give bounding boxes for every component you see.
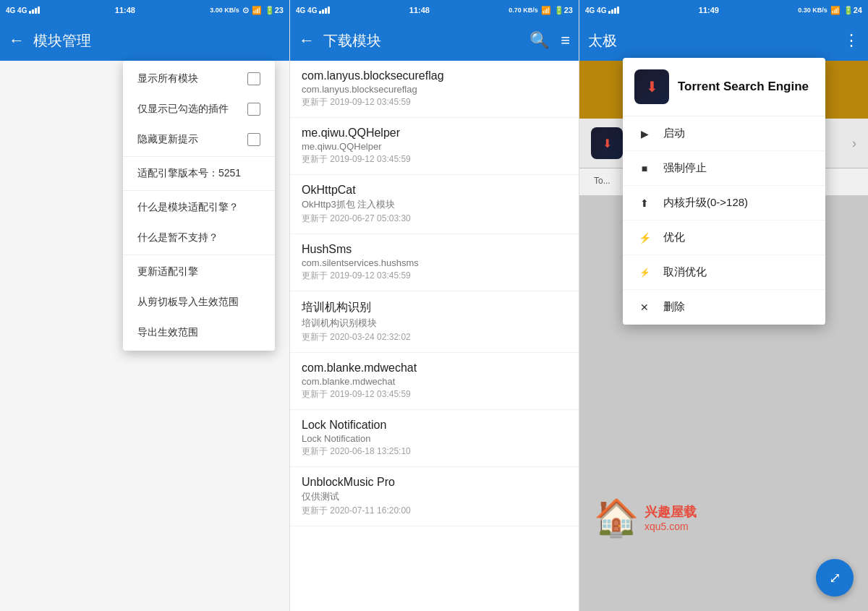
module-time-3: 更新于 2019-09-12 03:45:59 [302,270,567,282]
module-time-0: 更新于 2019-09-12 03:45:59 [302,96,567,108]
context-menu-item-optimize[interactable]: ⚡ 优化 [623,221,825,255]
right-app-title: 太极 [588,31,835,51]
dropdown-label-8: 导出生效范围 [137,326,198,339]
dropdown-divider-3 [123,255,275,255]
watermark-text-area: 兴趣屋载 xqu5.com [644,503,697,532]
middle-search-icon[interactable]: 🔍 [529,31,549,50]
torrent-icon: ⬇ [603,137,612,150]
module-title-3: HushSms [302,243,567,256]
dropdown-label-1: 仅显示已勾选的插件 [137,103,229,116]
context-menu-item-delete[interactable]: ✕ 删除 [623,290,825,325]
left-app-bar: ← 模块管理 [0,20,289,61]
house-icon: 🏠 [594,497,639,539]
context-menu-header: ⬇ Torrent Search Engine [623,58,825,116]
module-list: com.lanyus.blocksecureflag com.lanyus.bl… [290,61,579,611]
dropdown-item-5[interactable]: 什么是暂不支持？ [123,223,275,253]
middle-wifi-icon: 📶 [541,6,551,15]
right-app-bar-icons: ⋮ [843,31,859,50]
dropdown-label-0: 显示所有模块 [137,72,198,85]
list-item[interactable]: 培训机构识别 培训机构识别模块 更新于 2020-03-24 02:32:02 [290,291,579,353]
middle-filter-icon[interactable]: ≡ [561,31,570,50]
dropdown-item-8[interactable]: 导出生效范围 [123,317,275,348]
context-menu-item-deoptimize[interactable]: ⚡ 取消优化 [623,255,825,290]
left-bluetooth-icon: ⊙ [242,6,249,15]
start-label: 启动 [663,127,685,140]
dropdown-divider-2 [123,190,275,191]
expand-fab[interactable]: ⤢ [816,559,854,597]
watermark-site: 兴趣屋载 [644,503,697,521]
left-dropdown-menu: 显示所有模块 仅显示已勾选的插件 隐藏更新提示 适配引擎版本号：5251 什么是… [123,61,275,351]
left-signal [29,7,40,14]
dropdown-item-2[interactable]: 隐藏更新提示 [123,124,275,155]
middle-app-bar: ← 下载模块 🔍 ≡ [290,20,579,61]
list-item[interactable]: UnblockMusic Pro 仅供测试 更新于 2020-07-11 16:… [290,467,579,526]
module-title-7: UnblockMusic Pro [302,476,567,489]
list-item[interactable]: Lock Notification Lock Notification 更新于 … [290,410,579,467]
module-subtitle-3: com.silentservices.hushsms [302,257,567,268]
module-subtitle-2: OkHttp3抓包 注入模块 [302,198,567,211]
module-title-6: Lock Notification [302,419,567,432]
dropdown-item-3: 适配引擎版本号：5251 [123,158,275,189]
left-status-bar: 4G 4G 11:48 3.00 KB/s ⊙ 📶 🔋23 [0,0,289,20]
middle-speed: 0.70 KB/s [509,7,538,14]
upgrade-label: 内核升级(0->128) [663,196,748,210]
deoptimize-label: 取消优化 [663,265,707,279]
module-subtitle-1: me.qiwu.QQHelper [302,141,567,152]
list-item[interactable]: com.blanke.mdwechat com.blanke.mdwechat … [290,353,579,410]
left-battery: 🔋23 [265,6,284,15]
context-menu-item-start[interactable]: ▶ 启动 [623,116,825,151]
middle-status-bar: 4G 4G 11:48 0.70 KB/s 📶 🔋23 [290,0,579,20]
module-time-1: 更新于 2019-09-12 03:45:59 [302,153,567,166]
list-item[interactable]: me.qiwu.QQHelper me.qiwu.QQHelper 更新于 20… [290,118,579,175]
dropdown-label-2: 隐藏更新提示 [137,133,198,146]
dropdown-item-4[interactable]: 什么是模块适配引擎？ [123,192,275,223]
context-menu-item-force-stop[interactable]: ■ 强制停止 [623,151,825,186]
middle-back-button[interactable]: ← [299,31,315,50]
left-network: 4G 4G [6,7,27,14]
right-status-left: 4G 4G [585,7,619,14]
delete-label: 删除 [663,300,685,314]
start-icon: ▶ [637,128,652,140]
left-back-button[interactable]: ← [9,31,25,50]
bg-tab-0: To... [585,168,619,195]
dropdown-item-7[interactable]: 从剪切板导入生效范围 [123,287,275,317]
middle-app-bar-icons: 🔍 ≡ [529,31,570,50]
right-panel: 4G 4G 11:49 0.30 KB/s 📶 🔋24 太极 ⋮ ⚠ [579,0,868,611]
dropdown-checkbox-0[interactable] [247,72,260,85]
optimize-icon: ⚡ [637,232,652,244]
bg-app-icon: ⬇ [591,127,623,159]
context-menu-item-upgrade[interactable]: ⬆ 内核升级(0->128) [623,186,825,221]
module-subtitle-5: com.blanke.mdwechat [302,376,567,387]
right-time: 11:49 [699,6,719,14]
dropdown-item-0[interactable]: 显示所有模块 [123,64,275,94]
module-subtitle-0: com.lanyus.blocksecureflag [302,84,567,95]
dropdown-checkbox-1[interactable] [247,103,260,116]
left-status-right: 3.00 KB/s ⊙ 📶 🔋23 [210,6,284,15]
dropdown-label-4: 什么是模块适配引擎？ [137,201,239,214]
dropdown-checkbox-2[interactable] [247,133,260,146]
module-subtitle-4: 培训机构识别模块 [302,317,567,330]
dropdown-item-1[interactable]: 仅显示已勾选的插件 [123,94,275,124]
module-subtitle-6: Lock Notification [302,433,567,444]
list-item[interactable]: com.lanyus.blocksecureflag com.lanyus.bl… [290,61,579,118]
middle-network: 4G 4G [296,7,317,14]
delete-icon: ✕ [637,302,652,313]
left-app-title: 模块管理 [33,31,281,51]
list-item[interactable]: OkHttpCat OkHttp3抓包 注入模块 更新于 2020-06-27 … [290,175,579,234]
dropdown-label-3: 适配引擎版本号：5251 [137,167,241,180]
watermark: 🏠 兴趣屋载 xqu5.com [594,497,697,539]
dropdown-label-5: 什么是暂不支持？ [137,231,218,244]
list-item[interactable]: HushSms com.silentservices.hushsms 更新于 2… [290,234,579,291]
module-subtitle-7: 仅供测试 [302,490,567,503]
module-time-6: 更新于 2020-06-18 13:25:10 [302,445,567,458]
dropdown-item-6[interactable]: 更新适配引擎 [123,257,275,287]
context-menu: ⬇ Torrent Search Engine ▶ 启动 ■ 强制停止 ⬆ 内核… [623,58,825,325]
watermark-url: xqu5.com [644,521,697,532]
right-more-icon[interactable]: ⋮ [843,31,859,50]
right-app-bar: 太极 ⋮ [579,20,868,61]
module-title-1: me.qiwu.QQHelper [302,127,567,140]
left-panel: 4G 4G 11:48 3.00 KB/s ⊙ 📶 🔋23 ← 模块管理 显示所… [0,0,289,611]
middle-app-title: 下载模块 [323,31,521,51]
right-wifi-icon: 📶 [830,6,841,15]
context-menu-title: Torrent Search Engine [678,80,809,94]
